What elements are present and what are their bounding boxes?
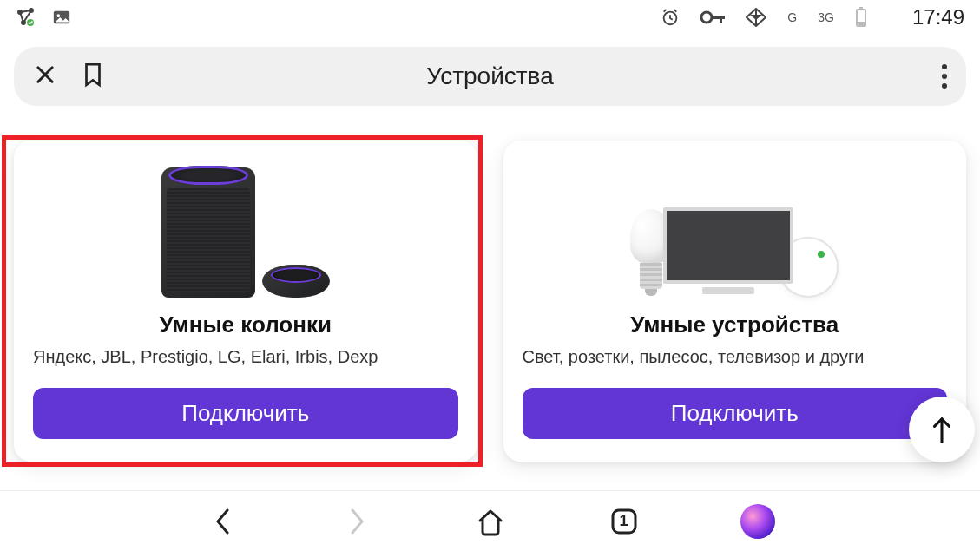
connect-button[interactable]: Подключить (33, 388, 458, 439)
signal-3g-label: 3G (818, 10, 834, 24)
nav-alice-button[interactable] (739, 502, 777, 541)
clock-label: 17:49 (888, 5, 964, 30)
tabs-count-label: 1 (619, 512, 628, 530)
svg-point-7 (701, 12, 712, 23)
card-smart-speakers-wrap: Умные колонки Яндекс, JBL, Prestigio, LG… (14, 141, 477, 462)
svg-rect-8 (711, 16, 725, 19)
status-bar: G 3G 17:49 (0, 0, 980, 35)
card-smart-devices-wrap: Умные устройства Свет, розетки, пылесос,… (503, 141, 967, 462)
card-subtitle: Яндекс, JBL, Prestigio, LG, Elari, Irbis… (33, 347, 458, 367)
bottom-nav: 1 (0, 490, 980, 551)
scroll-top-button[interactable] (909, 397, 975, 462)
svg-rect-12 (858, 22, 865, 25)
nav-back-button[interactable] (204, 502, 242, 541)
card-smart-speakers[interactable]: Умные колонки Яндекс, JBL, Prestigio, LG… (14, 141, 477, 462)
bookmark-button[interactable] (82, 62, 104, 91)
alarm-icon (661, 8, 680, 27)
card-smart-devices[interactable]: Умные устройства Свет, розетки, пылесос,… (503, 141, 967, 462)
content-area: Умные колонки Яндекс, JBL, Prestigio, LG… (0, 115, 980, 462)
vpn-key-icon (700, 10, 725, 24)
app-header: Устройства (0, 35, 980, 115)
connect-button[interactable]: Подключить (523, 388, 948, 439)
share-icon (16, 7, 36, 28)
wifi-icon (746, 8, 766, 27)
header-pill: Устройства (14, 47, 966, 106)
card-title: Умные устройства (630, 312, 839, 338)
close-button[interactable] (33, 62, 57, 90)
card-subtitle: Свет, розетки, пылесос, телевизор и друг… (523, 347, 948, 367)
more-button[interactable] (942, 64, 947, 89)
card-title: Умные колонки (160, 312, 332, 338)
signal-g-label: G (787, 10, 797, 24)
nav-forward-button[interactable] (338, 502, 376, 541)
image-icon (52, 8, 71, 27)
page-title: Устройства (14, 62, 966, 90)
battery-icon (855, 7, 867, 28)
alice-orb-icon (740, 504, 775, 539)
nav-tabs-button[interactable]: 1 (605, 502, 643, 541)
speaker-illustration (33, 161, 458, 298)
svg-point-5 (57, 14, 61, 17)
nav-home-button[interactable] (471, 502, 510, 541)
devices-illustration (523, 161, 948, 298)
svg-rect-11 (859, 7, 863, 10)
svg-rect-9 (720, 16, 722, 23)
